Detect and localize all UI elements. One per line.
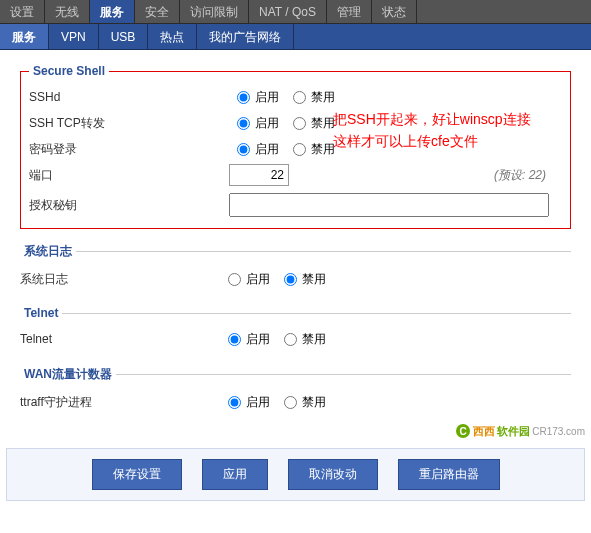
wan-label: ttraff守护进程 bbox=[20, 394, 220, 411]
telnet-label: Telnet bbox=[20, 332, 220, 346]
syslog-disable-radio[interactable] bbox=[284, 273, 297, 286]
syslog-legend: 系统日志 bbox=[20, 243, 76, 260]
wan-fieldset: WAN流量计数器 ttraff守护进程 启用 禁用 bbox=[20, 366, 571, 415]
wan-disable-label: 禁用 bbox=[302, 394, 326, 411]
topnav-tab-6[interactable]: 管理 bbox=[327, 0, 372, 23]
subnav-tab-1[interactable]: VPN bbox=[49, 24, 99, 49]
subnav-tab-4[interactable]: 我的广告网络 bbox=[197, 24, 294, 49]
topnav-tab-4[interactable]: 访问限制 bbox=[180, 0, 249, 23]
topnav-tab-1[interactable]: 无线 bbox=[45, 0, 90, 23]
pwdlogin-disable-radio[interactable] bbox=[293, 143, 306, 156]
telnet-fieldset: Telnet Telnet 启用 禁用 bbox=[20, 306, 571, 352]
top-nav: 设置无线服务安全访问限制NAT / QoS管理状态 bbox=[0, 0, 591, 24]
footer-bar: 保存设置 应用 取消改动 重启路由器 bbox=[6, 448, 585, 501]
subnav-tab-3[interactable]: 热点 bbox=[148, 24, 197, 49]
wan-legend: WAN流量计数器 bbox=[20, 366, 116, 383]
tcpfwd-disable-label: 禁用 bbox=[311, 115, 335, 132]
wan-disable-radio[interactable] bbox=[284, 396, 297, 409]
sshd-enable-label: 启用 bbox=[255, 89, 279, 106]
pwdlogin-options: 启用 禁用 bbox=[229, 141, 374, 158]
port-label: 端口 bbox=[29, 167, 229, 184]
topnav-tab-0[interactable]: 设置 bbox=[0, 0, 45, 23]
watermark-url: CR173.com bbox=[532, 426, 585, 437]
pwdlogin-label: 密码登录 bbox=[29, 141, 229, 158]
topnav-tab-3[interactable]: 安全 bbox=[135, 0, 180, 23]
cancel-button[interactable]: 取消改动 bbox=[288, 459, 378, 490]
save-button[interactable]: 保存设置 bbox=[92, 459, 182, 490]
watermark-icon: C bbox=[455, 423, 471, 439]
pwdlogin-disable-label: 禁用 bbox=[311, 141, 335, 158]
apply-button[interactable]: 应用 bbox=[202, 459, 268, 490]
reboot-button[interactable]: 重启路由器 bbox=[398, 459, 500, 490]
telnet-legend: Telnet bbox=[20, 306, 62, 320]
ssh-legend: Secure Shell bbox=[29, 64, 109, 78]
pwdlogin-row: 密码登录 启用 禁用 bbox=[29, 136, 562, 162]
subnav-tab-0[interactable]: 服务 bbox=[0, 24, 49, 49]
port-input-wrap bbox=[229, 164, 374, 186]
authkey-input[interactable] bbox=[229, 193, 549, 217]
sshd-enable-radio[interactable] bbox=[237, 91, 250, 104]
wan-options: 启用 禁用 bbox=[220, 394, 365, 411]
port-row: 端口 (预设: 22) bbox=[29, 162, 562, 188]
subnav-tab-2[interactable]: USB bbox=[99, 24, 149, 49]
watermark: C 西西软件园 CR173.com bbox=[0, 423, 585, 442]
sshd-row: SSHd 启用 禁用 bbox=[29, 84, 562, 110]
syslog-label: 系统日志 bbox=[20, 271, 220, 288]
authkey-label: 授权秘钥 bbox=[29, 197, 229, 214]
port-input[interactable] bbox=[229, 164, 289, 186]
tcpfwd-enable-label: 启用 bbox=[255, 115, 279, 132]
authkey-row: 授权秘钥 bbox=[29, 192, 562, 218]
ssh-fieldset: Secure Shell 把SSH开起来，好让winscp连接 这样才可以上传c… bbox=[20, 64, 571, 229]
wan-enable-radio[interactable] bbox=[228, 396, 241, 409]
page-content: Secure Shell 把SSH开起来，好让winscp连接 这样才可以上传c… bbox=[0, 50, 591, 415]
topnav-tab-7[interactable]: 状态 bbox=[372, 0, 417, 23]
pwdlogin-enable-radio[interactable] bbox=[237, 143, 250, 156]
syslog-disable-label: 禁用 bbox=[302, 271, 326, 288]
pwdlogin-enable-label: 启用 bbox=[255, 141, 279, 158]
syslog-options: 启用 禁用 bbox=[220, 271, 365, 288]
svg-text:C: C bbox=[460, 426, 467, 437]
syslog-enable-radio[interactable] bbox=[228, 273, 241, 286]
wan-enable-label: 启用 bbox=[246, 394, 270, 411]
tcpfwd-row: SSH TCP转发 启用 禁用 bbox=[29, 110, 562, 136]
topnav-tab-5[interactable]: NAT / QoS bbox=[249, 0, 327, 23]
telnet-enable-radio[interactable] bbox=[228, 333, 241, 346]
telnet-disable-label: 禁用 bbox=[302, 331, 326, 348]
watermark-text-b: 软件园 bbox=[497, 424, 530, 439]
syslog-enable-label: 启用 bbox=[246, 271, 270, 288]
topnav-tab-2[interactable]: 服务 bbox=[90, 0, 135, 23]
telnet-enable-label: 启用 bbox=[246, 331, 270, 348]
telnet-options: 启用 禁用 bbox=[220, 331, 365, 348]
tcpfwd-disable-radio[interactable] bbox=[293, 117, 306, 130]
tcpfwd-options: 启用 禁用 bbox=[229, 115, 374, 132]
sub-nav: 服务VPNUSB热点我的广告网络 bbox=[0, 24, 591, 50]
sshd-label: SSHd bbox=[29, 90, 229, 104]
syslog-fieldset: 系统日志 系统日志 启用 禁用 bbox=[20, 243, 571, 292]
sshd-disable-radio[interactable] bbox=[293, 91, 306, 104]
tcpfwd-enable-radio[interactable] bbox=[237, 117, 250, 130]
sshd-options: 启用 禁用 bbox=[229, 89, 374, 106]
telnet-disable-radio[interactable] bbox=[284, 333, 297, 346]
port-default-note: (预设: 22) bbox=[494, 167, 546, 184]
telnet-row: Telnet 启用 禁用 bbox=[20, 326, 571, 352]
sshd-disable-label: 禁用 bbox=[311, 89, 335, 106]
tcpfwd-label: SSH TCP转发 bbox=[29, 115, 229, 132]
wan-row: ttraff守护进程 启用 禁用 bbox=[20, 389, 571, 415]
syslog-row: 系统日志 启用 禁用 bbox=[20, 266, 571, 292]
watermark-text-a: 西西 bbox=[473, 424, 495, 439]
